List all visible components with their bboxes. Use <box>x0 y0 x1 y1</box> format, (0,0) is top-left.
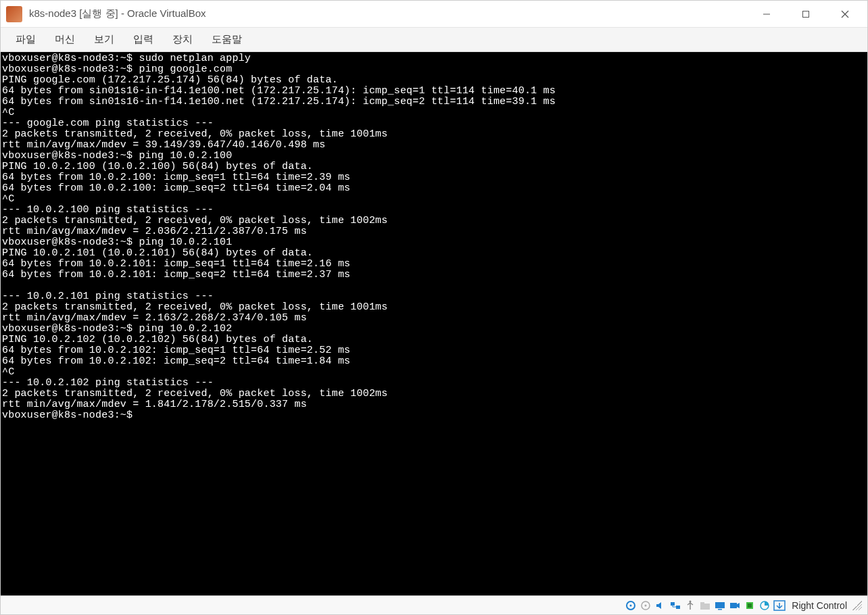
guest-terminal[interactable]: vboxuser@k8s-node3:~$ sudo netplan apply… <box>1 52 867 595</box>
menu-view[interactable]: 보기 <box>85 29 124 50</box>
svg-rect-15 <box>730 603 737 608</box>
statusbar: Right Control <box>1 595 867 614</box>
shared-folder-icon[interactable] <box>698 599 712 612</box>
svg-rect-11 <box>700 604 710 610</box>
optical-icon[interactable] <box>639 599 652 612</box>
svg-rect-8 <box>671 602 675 606</box>
close-button[interactable] <box>825 1 865 27</box>
svg-rect-17 <box>748 604 752 608</box>
audio-icon[interactable] <box>654 599 667 612</box>
svg-point-5 <box>630 604 632 606</box>
svg-rect-13 <box>715 602 725 608</box>
menu-devices[interactable]: 장치 <box>163 29 202 50</box>
menubar: 파일 머신 보기 입력 장치 도움말 <box>1 28 867 52</box>
maximize-button[interactable] <box>786 1 825 27</box>
window-controls <box>747 1 865 27</box>
usb-icon[interactable] <box>683 599 697 612</box>
svg-rect-1 <box>803 11 809 17</box>
minimize-button[interactable] <box>747 1 786 27</box>
cpu-icon[interactable] <box>743 599 756 612</box>
menu-input[interactable]: 입력 <box>124 29 163 50</box>
svg-point-10 <box>690 600 692 602</box>
menu-file[interactable]: 파일 <box>6 29 45 50</box>
keyboard-icon[interactable] <box>773 599 786 612</box>
svg-point-7 <box>645 604 647 606</box>
svg-rect-14 <box>718 609 722 610</box>
svg-rect-12 <box>700 602 704 604</box>
network-icon[interactable] <box>669 599 682 612</box>
harddisk-icon[interactable] <box>624 599 637 612</box>
titlebar: k8s-node3 [실행 중] - Oracle VirtualBox <box>1 1 867 28</box>
recording-icon[interactable] <box>728 599 742 612</box>
window-title: k8s-node3 [실행 중] - Oracle VirtualBox <box>29 7 747 20</box>
host-key-label: Right Control <box>792 600 847 611</box>
mouse-icon[interactable] <box>758 599 771 612</box>
resize-grip[interactable] <box>852 601 862 610</box>
app-icon <box>6 6 22 22</box>
menu-machine[interactable]: 머신 <box>45 29 85 50</box>
display-icon[interactable] <box>713 599 727 612</box>
menu-help[interactable]: 도움말 <box>202 29 251 50</box>
